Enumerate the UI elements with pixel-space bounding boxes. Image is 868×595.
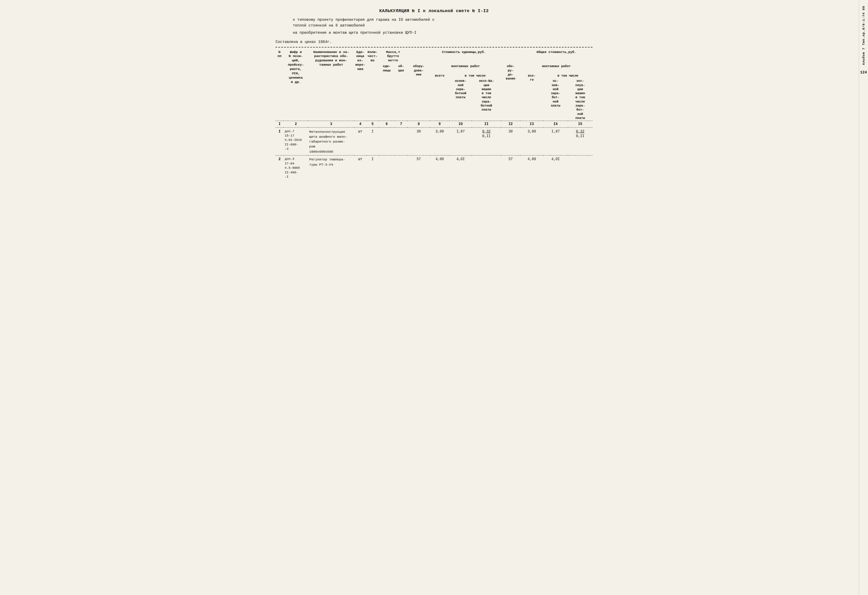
column-numbers-row: I 2 3 4 5 6 7 8 9 IO II I2 I3 I4 I5	[276, 121, 592, 128]
row1-unit: шт	[354, 128, 366, 156]
main-table: №пп Шифр и№ пози-ций,прейску-ранта,УСН,ц…	[276, 49, 592, 181]
row1-name: Металлоконструкция щита шкафного мало-га…	[308, 128, 354, 156]
header-mass-n: об-щая	[395, 64, 407, 73]
header-num: №пп	[276, 49, 283, 121]
row1-total-base: I,87	[543, 128, 568, 156]
col-num-2: 2	[283, 121, 308, 128]
row2-num: 2	[276, 156, 283, 180]
row1-total-all: 3,09	[520, 128, 543, 156]
header-total-equip: обо-ру-до-вание	[501, 64, 520, 121]
header-mass: Масса,тбруттонетто	[379, 49, 407, 64]
col-num-1: I	[276, 121, 283, 128]
header-mont-work: монтажных работ	[430, 64, 501, 73]
header-name: Наименование и ха-рактеристика обо-рудов…	[308, 49, 354, 121]
header-total-mont-work: монтажных работ	[520, 64, 592, 73]
col-num-12: I2	[501, 121, 520, 128]
row2-mass-n	[395, 156, 407, 180]
header-incl: в том числе	[449, 73, 501, 78]
sidebar-text-2: Альбом 7	[862, 47, 865, 65]
main-title: КАЛЬКУЛЯЦИЯ № I к локальной смете № I-I2	[276, 9, 592, 13]
right-sidebar: Тип.пр.8/6-1-74 86 Альбом 7 124	[859, 0, 868, 595]
col-num-13: I3	[520, 121, 543, 128]
header-total-base-pay: ос-нов-нойзара-бот-нойплаты	[543, 78, 568, 121]
row1-num: I	[276, 128, 283, 156]
row1-total-equip: 30	[501, 128, 520, 156]
row2-code: доп.3I7-04п.5-0905II-406--I	[283, 156, 308, 180]
col-num-11: II	[472, 121, 501, 128]
row2-equip: 57	[407, 156, 430, 180]
row2-mont-base: 4,OI	[449, 156, 472, 180]
header-qty: Коли-чест-во	[366, 49, 379, 121]
prices-note: Составлена в ценах 1984г.	[276, 40, 592, 44]
row2-mass-g	[379, 156, 395, 180]
table-row: I доп.715-17п.01-I016II-680--3 Металлоко…	[276, 128, 592, 156]
row2-mont-expl	[472, 156, 501, 180]
header-unit: Еди-ницаиз-мере-ния	[354, 49, 366, 121]
header-base-pay: основ-нойзара-ботнойплаты	[449, 78, 472, 121]
header-total-mont-all: все-го	[520, 73, 543, 121]
col-num-7: 7	[395, 121, 407, 128]
row1-mont-all: 3,09	[430, 128, 449, 156]
top-dashed-line	[276, 47, 592, 47]
header-mass-g2	[379, 73, 395, 121]
row2-qty: I	[366, 156, 379, 180]
col-num-3: 3	[308, 121, 354, 128]
header-equip: обору-дова-ние	[407, 64, 430, 121]
header-mass-n2	[395, 73, 407, 121]
row1-code: доп.715-17п.01-I016II-680--3	[283, 128, 308, 156]
table-row: 2 доп.3I7-04п.5-0905II-406--I Регулятор …	[276, 156, 592, 180]
col-num-6: 6	[379, 121, 395, 128]
header-expl: эксп-Ва-циимашинв томчислезара-ботнойпла…	[472, 78, 501, 121]
row1-mass-n	[395, 128, 407, 156]
page-container: КАЛЬКУЛЯЦИЯ № I к локальной смете № I-I2…	[276, 9, 592, 180]
col-num-4: 4	[354, 121, 366, 128]
col-num-5: 5	[366, 121, 379, 128]
sidebar-text-1: Тип.пр.8/6-1-74 86	[862, 6, 865, 45]
header-row-1: №пп Шифр и№ пози-ций,прейску-ранта,УСН,ц…	[276, 49, 592, 64]
header-total-expl: экс-плуа-циимашинв томчислезара-бот-нойп…	[568, 78, 592, 121]
row2-total-equip: 57	[501, 156, 520, 180]
header-code: Шифр и№ пози-ций,прейску-ранта,УСН,ценни…	[283, 49, 308, 121]
header-unit-cost: Стоимость единицы,руб.	[407, 49, 520, 64]
subtitle-line1: к типовому проекту профилактория для гар…	[293, 17, 592, 28]
row2-mont-all: 4,09	[430, 156, 449, 180]
row1-mont-base: I,87	[449, 128, 472, 156]
col-num-14: I4	[543, 121, 568, 128]
header-total-cost: Общая стоимость,руб.	[520, 49, 592, 64]
col-num-8: 8	[407, 121, 430, 128]
row2-name: Регулятор темпера-туры РТ-3-У4	[308, 156, 354, 180]
header-mont-all: всего	[430, 73, 449, 121]
row1-qty: I	[366, 128, 379, 156]
col-num-15: I5	[568, 121, 592, 128]
row1-equip: 30	[407, 128, 430, 156]
col-num-10: IO	[449, 121, 472, 128]
header-mass-g: еди-ницы	[379, 64, 395, 73]
row1-mass-g	[379, 128, 395, 156]
subtitle-line3: на приобретение и монтаж щита приточной …	[293, 30, 592, 36]
header-total-incl: в том числе	[543, 73, 592, 78]
row2-total-base: 4,OI	[543, 156, 568, 180]
row1-mont-expl: 0,320,II	[472, 128, 501, 156]
row2-unit: шт	[354, 156, 366, 180]
sidebar-number: 124	[860, 70, 867, 75]
row1-total-expl: 0,320,II	[568, 128, 592, 156]
row2-total-all: 4,09	[520, 156, 543, 180]
row2-total-expl	[568, 156, 592, 180]
col-num-9: 9	[430, 121, 449, 128]
